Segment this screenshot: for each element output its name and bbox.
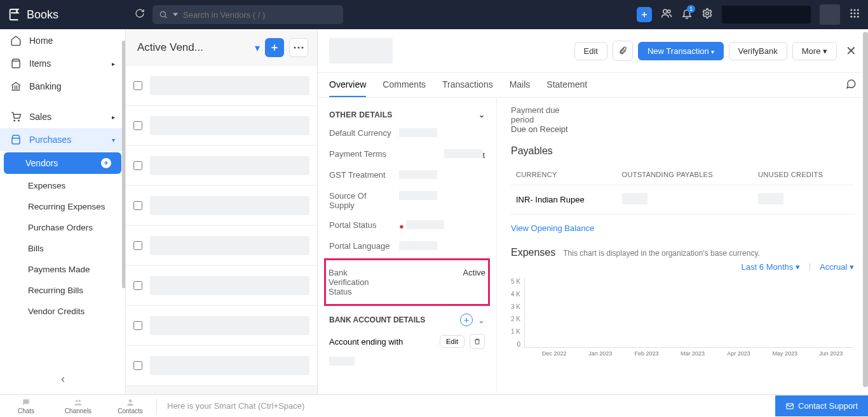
search-scope-caret-icon[interactable] bbox=[173, 12, 178, 17]
row-checkbox[interactable] bbox=[133, 121, 142, 130]
edit-button[interactable]: Edit bbox=[574, 42, 607, 60]
organization-selector[interactable] bbox=[722, 6, 811, 23]
channels-icon bbox=[73, 398, 83, 407]
field-portal-language: Portal Language bbox=[329, 236, 485, 257]
bottom-tab-contacts[interactable]: Contacts bbox=[104, 398, 156, 414]
nav-label: Home bbox=[29, 36, 53, 46]
users-icon[interactable] bbox=[661, 8, 672, 22]
row-checkbox[interactable] bbox=[133, 241, 142, 250]
bottom-tab-chats[interactable]: Chats bbox=[0, 398, 52, 414]
chats-icon bbox=[21, 398, 31, 407]
refresh-icon[interactable] bbox=[135, 8, 145, 21]
search-input[interactable] bbox=[183, 10, 337, 20]
nav-vendor-credits[interactable]: Vendor Credits bbox=[0, 301, 125, 322]
page-scrollbar[interactable] bbox=[863, 32, 868, 387]
nav-items[interactable]: Items ▸ bbox=[0, 52, 125, 75]
nav-recurring-bills[interactable]: Recurring Bills bbox=[0, 280, 125, 301]
chevron-right-icon: ▸ bbox=[112, 114, 115, 121]
vendor-list-row[interactable] bbox=[126, 346, 317, 386]
tab-transactions[interactable]: Transactions bbox=[442, 73, 493, 97]
list-more-button[interactable] bbox=[289, 38, 308, 57]
nav-expenses[interactable]: Expenses bbox=[0, 175, 125, 196]
new-transaction-button[interactable]: New Transaction bbox=[638, 42, 724, 60]
notifications-icon[interactable]: 1 bbox=[681, 8, 693, 22]
view-opening-balance-link[interactable]: View Opening Balance bbox=[511, 223, 594, 233]
row-checkbox[interactable] bbox=[133, 201, 142, 210]
list-header: Active Vend... ▾ bbox=[126, 29, 317, 66]
edit-bank-account-button[interactable]: Edit bbox=[440, 335, 465, 348]
bottom-tab-channels[interactable]: Channels bbox=[52, 398, 104, 414]
nav-purchases[interactable]: Purchases ▾ bbox=[0, 128, 125, 151]
add-bank-account-icon[interactable]: + bbox=[460, 314, 473, 326]
tab-statement[interactable]: Statement bbox=[546, 73, 587, 97]
value-redacted bbox=[444, 149, 482, 158]
topbar-right: 1 bbox=[637, 4, 860, 25]
detail-right-column: Payment due period Due on Receipt Payabl… bbox=[497, 98, 868, 393]
vendor-list-row[interactable] bbox=[126, 106, 317, 146]
vendor-list-row[interactable] bbox=[126, 306, 317, 346]
more-button[interactable]: More ▾ bbox=[792, 42, 837, 60]
expenses-heading: Expenses bbox=[511, 247, 555, 258]
detail-header: Edit New Transaction VerifyBank More ▾ ✕ bbox=[318, 29, 868, 73]
quick-create-button[interactable] bbox=[637, 7, 652, 22]
add-vendor-icon[interactable]: + bbox=[101, 158, 111, 168]
nav-vendors[interactable]: Vendors + bbox=[4, 152, 121, 174]
nav-label: Recurring Bills bbox=[28, 286, 83, 295]
vendor-list-row[interactable] bbox=[126, 66, 317, 106]
vendor-list-row[interactable] bbox=[126, 226, 317, 266]
attachment-button[interactable] bbox=[613, 41, 633, 61]
vendor-detail-panel: Edit New Transaction VerifyBank More ▾ ✕… bbox=[318, 29, 868, 394]
add-vendor-button[interactable] bbox=[265, 38, 284, 57]
vendor-list-row[interactable] bbox=[126, 186, 317, 226]
field-bank-verification-status: Bank Verification Status Active bbox=[329, 263, 485, 301]
svg-point-13 bbox=[14, 120, 15, 121]
sidebar-collapse-button[interactable] bbox=[0, 371, 126, 390]
svg-point-10 bbox=[850, 16, 852, 18]
nav-payments-made[interactable]: Payments Made bbox=[0, 259, 125, 280]
row-checkbox[interactable] bbox=[133, 81, 142, 90]
nav-sales[interactable]: Sales ▸ bbox=[0, 105, 125, 128]
vendor-list-row[interactable] bbox=[126, 266, 317, 306]
chevron-down-icon: ⌄ bbox=[478, 315, 485, 325]
value-redacted bbox=[329, 357, 355, 366]
vendor-name-redacted bbox=[150, 116, 309, 135]
basis-selector[interactable]: Accrual ▾ bbox=[820, 262, 854, 272]
verify-bank-button[interactable]: VerifyBank bbox=[729, 42, 787, 60]
svg-point-17 bbox=[301, 46, 303, 48]
row-checkbox[interactable] bbox=[133, 361, 142, 370]
vendor-name-redacted bbox=[150, 356, 309, 375]
row-checkbox[interactable] bbox=[133, 161, 142, 170]
nav-purchase-orders[interactable]: Purchase Orders bbox=[0, 217, 125, 238]
chat-icon[interactable] bbox=[845, 73, 857, 97]
bottom-bar: Chats Channels Contacts Here is your Sma… bbox=[0, 394, 868, 417]
contact-support-button[interactable]: Contact Support bbox=[775, 395, 868, 416]
settings-icon[interactable] bbox=[702, 8, 713, 22]
value-redacted bbox=[399, 170, 437, 179]
row-checkbox[interactable] bbox=[133, 281, 142, 290]
value-redacted bbox=[758, 193, 783, 204]
vendor-name-redacted bbox=[150, 196, 309, 215]
user-avatar[interactable] bbox=[820, 4, 840, 25]
row-checkbox[interactable] bbox=[133, 321, 142, 330]
nav-home[interactable]: Home bbox=[0, 29, 125, 52]
search-box[interactable] bbox=[153, 5, 343, 24]
smart-chat-input[interactable]: Here is your Smart Chat (Ctrl+Space) bbox=[157, 401, 775, 411]
delete-bank-account-button[interactable] bbox=[470, 334, 485, 349]
section-other-details[interactable]: OTHER DETAILS ⌄ bbox=[329, 107, 485, 123]
svg-point-12 bbox=[857, 16, 859, 18]
nav-banking[interactable]: Banking bbox=[0, 75, 125, 98]
close-icon[interactable]: ✕ bbox=[846, 43, 857, 58]
tab-overview[interactable]: Overview bbox=[329, 73, 366, 97]
tab-comments[interactable]: Comments bbox=[383, 73, 426, 97]
period-selector[interactable]: Last 6 Months ▾ bbox=[742, 262, 800, 272]
apps-grid-icon[interactable] bbox=[849, 8, 860, 22]
section-bank-account-details[interactable]: BANK ACCOUNT DETAILS + ⌄ bbox=[329, 307, 485, 329]
nav-label: Purchases bbox=[29, 135, 71, 145]
nav-recurring-expenses[interactable]: Recurring Expenses bbox=[0, 196, 125, 217]
list-filter-caret-icon[interactable]: ▾ bbox=[255, 42, 260, 54]
tab-mails[interactable]: Mails bbox=[510, 73, 531, 97]
svg-point-15 bbox=[294, 46, 295, 48]
chevron-right-icon: ▸ bbox=[112, 60, 115, 67]
vendor-list-row[interactable] bbox=[126, 146, 317, 186]
nav-bills[interactable]: Bills bbox=[0, 238, 125, 259]
